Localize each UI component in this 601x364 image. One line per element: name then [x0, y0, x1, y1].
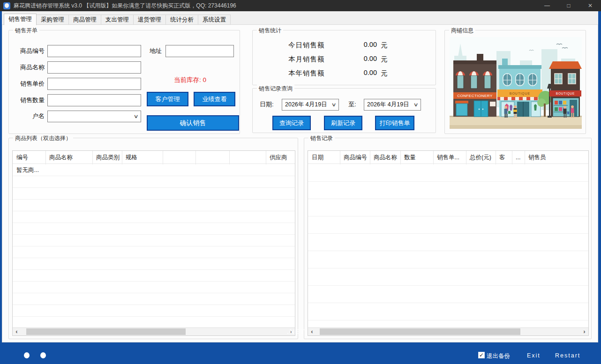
address-label: 地址 [147, 45, 162, 57]
boutique-right-sign: BOUTIQUE [556, 92, 575, 96]
sales-record-table[interactable]: 日期 商品编号 商品名称 数量 销售单... 总价(元) 客 ... 销售员 ‹ [308, 150, 589, 336]
scroll-left-icon[interactable]: ‹ [308, 328, 316, 335]
date-to-picker[interactable]: 2026年 4月19日 ∨ [364, 99, 421, 111]
shop-info-group: 商铺信息 摄图网 [444, 30, 586, 134]
col-unit-price: 销售单... [433, 151, 466, 163]
sales-record-table-header: 日期 商品编号 商品名称 数量 销售单... 总价(元) 客 ... 销售员 [308, 151, 588, 164]
confectionery-sign: CONFECTIONERY [457, 94, 493, 98]
date-from-value: 2026年 4月19日 [285, 101, 327, 109]
maximize-button[interactable]: □ [558, 0, 579, 11]
address-input[interactable] [165, 45, 234, 57]
tab-bar: 销售管理 采购管理 商品管理 支出管理 退货管理 统计分析 系统设置 [4, 14, 231, 25]
col-blank-2 [195, 151, 229, 163]
product-list-group-title: 商品列表（双击选择） [13, 134, 73, 142]
unit-price-label: 销售单价 [11, 78, 45, 90]
stat-row-year: 本年销售额 0.00 元 [253, 69, 436, 80]
product-name-label: 商品名称 [11, 61, 45, 74]
date-to-label: 至: [348, 98, 356, 111]
chevron-down-icon: ∨ [133, 114, 138, 119]
date-label: 日期: [260, 98, 274, 111]
sales-record-group: 销售记录 日期 商品编号 商品名称 数量 销售单... 总价(元) 客 ... … [304, 138, 592, 339]
col-product-category: 商品类别 [92, 151, 122, 163]
product-table-body[interactable]: 暂无商... [13, 164, 295, 327]
sales-record-hscrollbar[interactable]: ‹ › [308, 327, 588, 335]
query-records-button[interactable]: 查询记录 [272, 116, 311, 130]
col-supplier: 供应商 [266, 151, 295, 163]
window-controls: — □ ✕ [536, 0, 601, 11]
col-blank-1 [163, 151, 195, 163]
close-button[interactable]: ✕ [579, 0, 601, 11]
col-product-code: 编号 [13, 151, 45, 163]
account-name-select[interactable]: ∨ [47, 111, 141, 122]
quantity-input[interactable] [47, 94, 141, 106]
indicator-dot-2 [40, 352, 46, 358]
bottom-bar: ✓ 退出备份 Exit Restart [0, 342, 601, 364]
stat-year-label: 本年销售额 [288, 69, 325, 78]
account-name-label: 户名 [11, 110, 45, 122]
exit-button[interactable]: Exit [527, 352, 541, 359]
exit-backup-label: 退出备份 [487, 352, 510, 360]
stat-row-today: 今日销售额 0.00 元 [253, 41, 436, 52]
tab-expenses[interactable]: 支出管理 [101, 15, 134, 25]
stat-row-month: 本月销售额 0.00 元 [253, 55, 436, 66]
product-table-hscrollbar[interactable]: ‹ › [13, 327, 295, 335]
date-from-picker[interactable]: 2026年 4月19日 ∨ [282, 99, 339, 111]
stat-month-unit: 元 [381, 55, 388, 64]
confirm-sale-button[interactable]: 确认销售 [147, 115, 239, 131]
app-logo-icon [3, 2, 10, 9]
shop-street-illustration: 摄图网 [450, 37, 582, 129]
record-query-group: 销售记录查询 日期: 2026年 4月19日 ∨ 至: 2026年 4月19日 … [252, 88, 436, 133]
stat-today-value: 0.00 [337, 41, 377, 48]
quantity-label: 销售数量 [11, 94, 45, 106]
indicator-dot-1 [24, 352, 30, 358]
col-date: 日期 [308, 151, 340, 163]
performance-view-button[interactable]: 业绩查看 [194, 92, 235, 106]
record-query-group-title: 销售记录查询 [257, 85, 294, 93]
exit-backup-checkbox[interactable]: ✓ [478, 352, 485, 358]
product-list-group: 商品列表（双击选择） 编号 商品名称 商品类别 规格 供应商 暂无商... [8, 138, 298, 339]
scroll-left-icon[interactable]: ‹ [13, 328, 21, 335]
col-blank-3 [229, 151, 266, 163]
current-stock-text: 当前库存: 0 [174, 76, 206, 84]
shop-info-group-title: 商铺信息 [449, 27, 475, 35]
date-to-value: 2026年 4月19日 [367, 101, 409, 109]
checkmark-icon: ✓ [479, 352, 484, 358]
customer-management-button[interactable]: 客户管理 [147, 92, 188, 106]
tab-settings[interactable]: 系统设置 [198, 15, 231, 25]
tab-sales[interactable]: 销售管理 [4, 14, 37, 25]
stat-month-value: 0.00 [337, 55, 377, 62]
product-code-input[interactable] [47, 45, 141, 57]
col-product-name: 商品名称 [370, 151, 400, 163]
current-stock-value: 0 [203, 76, 207, 83]
sales-stats-group: 销售统计 今日销售额 0.00 元 本月销售额 0.00 元 本年销售额 0.0… [252, 30, 436, 85]
current-stock-label: 当前库存: [174, 76, 201, 83]
stat-year-value: 0.00 [337, 69, 377, 76]
scroll-track[interactable] [316, 328, 580, 335]
col-quantity: 数量 [400, 151, 433, 163]
product-code-label: 商品编号 [11, 45, 45, 57]
stat-today-label: 今日销售额 [288, 41, 325, 50]
sales-stats-group-title: 销售统计 [257, 27, 283, 35]
tab-returns[interactable]: 退货管理 [134, 15, 166, 25]
sales-record-table-body[interactable] [308, 164, 588, 327]
col-ellipsis: ... [512, 151, 525, 163]
tab-products[interactable]: 商品管理 [69, 15, 101, 25]
tab-purchase[interactable]: 采购管理 [37, 15, 69, 25]
sales-order-group: 销售开单 商品编号 地址 商品名称 当前库存: 0 销售单价 销售数量 客户管理… [8, 30, 240, 134]
col-salesperson: 销售员 [525, 151, 588, 163]
product-table-empty-row: 暂无商... [16, 166, 39, 174]
tab-statistics[interactable]: 统计分析 [166, 15, 198, 25]
refresh-records-button[interactable]: 刷新记录 [324, 116, 362, 130]
scroll-right-icon[interactable]: › [580, 328, 588, 335]
restart-button[interactable]: Restart [555, 352, 580, 359]
product-table[interactable]: 编号 商品名称 商品类别 规格 供应商 暂无商... ‹ [12, 150, 295, 336]
scroll-thumb[interactable] [26, 328, 186, 335]
scroll-track[interactable] [21, 328, 287, 335]
scroll-thumb[interactable] [320, 328, 520, 335]
product-name-input[interactable] [47, 61, 141, 74]
unit-price-input[interactable] [47, 78, 141, 90]
print-sales-order-button[interactable]: 打印销售单 [375, 116, 414, 130]
minimize-button[interactable]: — [536, 0, 558, 11]
sales-record-group-title: 销售记录 [308, 134, 335, 142]
chevron-down-icon: ∨ [331, 102, 336, 107]
